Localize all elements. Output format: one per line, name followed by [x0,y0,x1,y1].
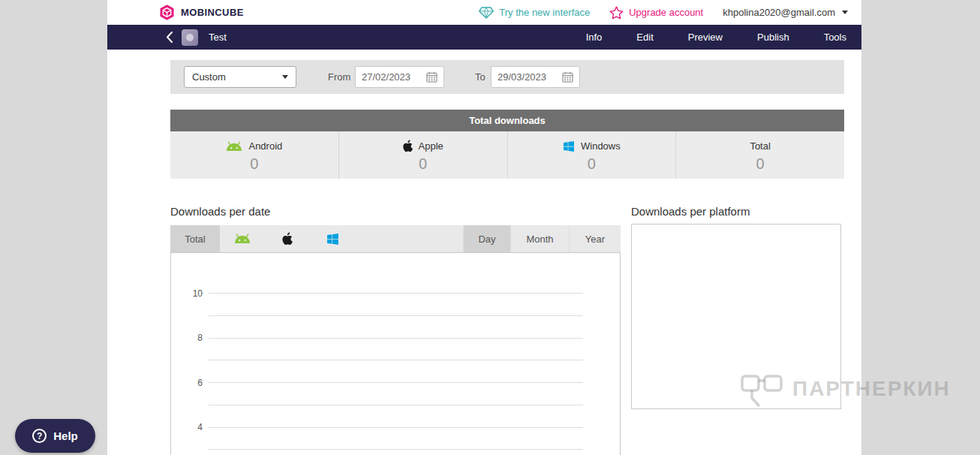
mobincube-logo-icon [158,4,176,21]
apple-icon [282,232,293,246]
upgrade-account-link[interactable]: Upgrade account [609,6,703,20]
windows-total: 0 [588,155,596,173]
total-downloads-row: Android 0 Apple 0 [170,131,844,179]
chevron-left-icon [166,32,173,43]
y-axis-tick-label: 6 [186,378,203,387]
calendar-icon[interactable] [426,71,437,83]
chart-gridline [209,360,583,360]
chart-gridline: 6 [209,382,583,383]
tab-android[interactable] [220,225,265,252]
from-date-input[interactable]: 27/02/2023 [355,66,444,88]
to-date-input[interactable]: 29/03/2023 [491,66,580,88]
android-total: 0 [250,155,258,173]
windows-label: Windows [581,140,621,152]
question-mark-icon: ? [32,429,47,443]
android-icon [226,141,242,152]
chart-gridline [209,315,583,316]
apple-label: Apple [419,140,443,152]
total-downloads-header: Total downloads [170,110,844,131]
total-label: Total [750,140,770,152]
tab-spacer [355,225,463,252]
tab-year[interactable]: Year [569,225,621,252]
date-range-select[interactable]: Custom [184,66,296,88]
try-new-interface-label: Try the new interface [499,7,590,18]
nav-item-edit[interactable]: Edit [636,32,653,43]
star-icon [609,6,624,20]
app-navbar: Test Info Edit Preview Publish Tools [107,25,861,50]
nav-item-preview[interactable]: Preview [688,32,723,43]
brand-name: MOBINCUBE [181,7,244,18]
apple-total: 0 [419,155,427,173]
chart-gridline: 10 [209,293,583,294]
topbar: MOBINCUBE Try the new interface Upgrade … [107,0,861,25]
help-label: Help [53,429,78,442]
calendar-icon[interactable] [562,71,573,83]
nav-item-tools[interactable]: Tools [824,32,846,43]
nav-item-publish[interactable]: Publish [757,32,789,43]
topbar-links: Try the new interface Upgrade account kh… [479,6,848,20]
app-name: Test [209,32,227,43]
tab-day[interactable]: Day [463,225,510,252]
total-windows-cell: Windows 0 [508,131,677,179]
user-email: khpolina2020@gmail.com [723,7,835,18]
account-menu[interactable]: khpolina2020@gmail.com [723,7,848,18]
apple-icon [403,140,413,152]
to-date-value: 29/03/2023 [498,71,546,83]
chart-gridline [209,449,583,450]
tab-month[interactable]: Month [510,225,569,252]
content: Custom From 27/02/2023 To [107,50,861,455]
downloads-per-date-plot: 10864 [170,252,621,455]
downloads-per-date-title: Downloads per date [170,205,270,218]
windows-icon [563,140,575,152]
gem-icon [479,7,494,19]
grand-total: 0 [756,155,765,173]
nav-menu: Info Edit Preview Publish Tools [586,32,861,43]
chart-gridline: 4 [209,427,583,428]
total-downloads-summary: Total downloads Android 0 [170,110,844,179]
chevron-down-icon [842,11,848,14]
y-axis-tick-label: 10 [186,289,203,298]
date-range-value: Custom [192,71,226,83]
app-thumbnail [182,29,198,46]
windows-icon [326,233,339,246]
try-new-interface-link[interactable]: Try the new interface [479,7,590,19]
to-label: To [475,60,485,94]
downloads-per-platform-title: Downloads per platform [631,205,750,218]
tab-windows[interactable] [310,225,355,252]
tab-total[interactable]: Total [170,225,220,252]
y-axis-tick-label: 8 [186,333,203,342]
total-android-cell: Android 0 [170,131,339,179]
downloads-per-platform-plot [631,224,841,409]
page: MOBINCUBE Try the new interface Upgrade … [0,0,980,455]
chart-tabs: Total Day [170,225,621,252]
chevron-down-icon [282,75,288,79]
help-button[interactable]: ? Help [15,419,95,453]
total-apple-cell: Apple 0 [339,131,508,179]
chart-gridline: 8 [209,338,583,339]
date-filter-bar: Custom From 27/02/2023 To [170,60,844,94]
back-button[interactable] [166,32,173,43]
from-date-value: 27/02/2023 [362,71,410,83]
chart-gridline [209,405,583,405]
nav-item-info[interactable]: Info [586,32,603,43]
upgrade-account-label: Upgrade account [629,7,703,18]
tab-apple[interactable] [265,225,310,252]
total-all-cell: Total 0 [676,131,844,179]
y-axis-tick-label: 4 [186,423,203,432]
android-icon [234,234,251,244]
from-label: From [328,60,350,94]
mobincube-logo[interactable]: MOBINCUBE [158,4,244,21]
android-label: Android [248,140,282,152]
